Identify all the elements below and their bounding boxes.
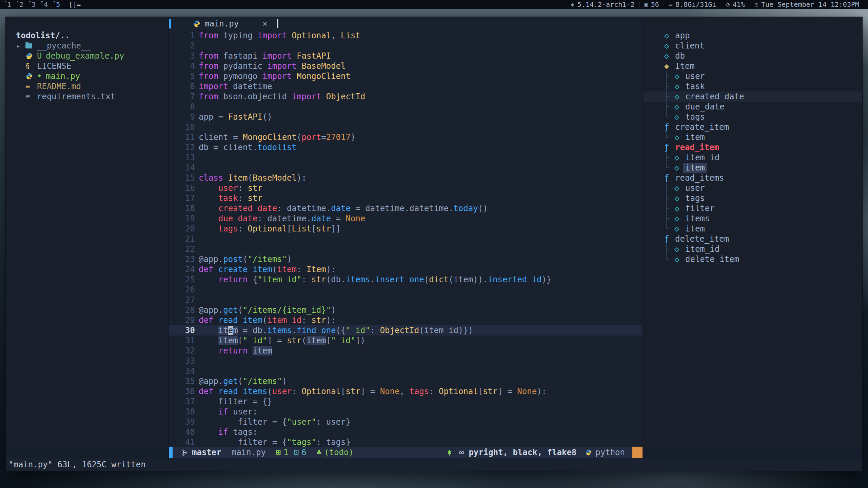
tree-item-debug_example.py[interactable]: Udebug_example.py xyxy=(6,51,169,61)
layout-indicator[interactable]: []= xyxy=(68,0,81,8)
symbol-items[interactable]: ├◇items xyxy=(643,214,862,224)
code-line-7[interactable]: 7from bson.objectid import ObjectId xyxy=(169,92,643,102)
code-line-30[interactable]: 30 item = db.items.find_one({"_id": Obje… xyxy=(169,325,643,336)
tree-item-main.py[interactable]: •main.py xyxy=(6,71,169,81)
symbol-delete_item[interactable]: └◇delete_item xyxy=(643,254,862,264)
symbol-label: Item xyxy=(675,61,695,71)
tree-item-LICENSE[interactable]: §LICENSE xyxy=(6,61,169,71)
git-changed: ⊡6 xyxy=(294,448,307,457)
workspace-tag-5[interactable]: 5 xyxy=(53,0,63,8)
symbol-delete_item[interactable]: ƒdelete_item xyxy=(643,234,862,244)
code-line-8[interactable]: 8 xyxy=(169,102,643,112)
code-line-22[interactable]: 22 xyxy=(169,244,643,254)
symbol-db[interactable]: ◇db xyxy=(643,51,862,61)
symbol-client[interactable]: ◇client xyxy=(643,41,862,51)
code-line-14[interactable]: 14 xyxy=(169,163,643,173)
chevron-right-icon[interactable]: ▸ xyxy=(17,41,25,51)
symbol-read_items[interactable]: ƒread_items xyxy=(643,173,862,183)
editor-pane: main.py × 1from typing import Optional, … xyxy=(169,17,643,447)
tree-item-requirements.txt[interactable]: ≡requirements.txt xyxy=(6,92,169,102)
statusline: master main.py ⊞1 ⊡6 ♣(todo) ∞ pyright, … xyxy=(6,447,862,458)
code-line-12[interactable]: 12db = client.todolist xyxy=(169,142,643,152)
workspace-tag-2[interactable]: 2 xyxy=(16,0,26,8)
code-line-37[interactable]: 37 filter = {} xyxy=(169,396,643,407)
code-line-23[interactable]: 23@app.post("/items") xyxy=(169,254,643,264)
code-line-21[interactable]: 21 xyxy=(169,234,643,244)
code-line-26[interactable]: 26 xyxy=(169,285,643,295)
symbol-item[interactable]: └◇item xyxy=(643,224,862,234)
code-line-2[interactable]: 2 xyxy=(169,41,643,51)
tree-connector: ├ xyxy=(664,152,674,163)
code-line-15[interactable]: 15class Item(BaseModel): xyxy=(169,173,643,183)
code-line-34[interactable]: 34 xyxy=(169,366,643,376)
code-line-20[interactable]: 20 tags: Optional[List[str]] xyxy=(169,224,643,234)
symbol-created_date[interactable]: ├◇created_date xyxy=(643,92,862,102)
symbol-create_item[interactable]: ƒcreate_item xyxy=(643,122,862,132)
file-name: main.py xyxy=(46,71,80,81)
symbol-app[interactable]: ◇app xyxy=(643,30,862,41)
workspace-tag-1[interactable]: 1 xyxy=(4,0,14,8)
close-icon[interactable]: × xyxy=(262,19,267,28)
code-line-17[interactable]: 17 task: str xyxy=(169,193,643,203)
code-line-38[interactable]: 38 if user: xyxy=(169,407,643,417)
code-line-41[interactable]: 41 filter = {"tags": tags} xyxy=(169,437,643,447)
code-line-1[interactable]: 1from typing import Optional, List xyxy=(169,30,643,41)
code-line-13[interactable]: 13 xyxy=(169,152,643,163)
code-text: return item xyxy=(199,346,272,356)
code-line-3[interactable]: 3from fastapi import FastAPI xyxy=(169,51,643,61)
code-line-31[interactable]: 31 item["_id"] = str(item["_id"]) xyxy=(169,336,643,346)
line-number: 30 xyxy=(169,325,195,336)
code-line-40[interactable]: 40 if tags: xyxy=(169,427,643,437)
code-line-19[interactable]: 19 due_date: datetime.date = None xyxy=(169,214,643,224)
symbol-filter[interactable]: ├◇filter xyxy=(643,203,862,214)
code-line-6[interactable]: 6import datetime xyxy=(169,81,643,92)
code-text: filter = {"tags": tags} xyxy=(199,437,351,447)
code-line-16[interactable]: 16 user: str xyxy=(169,183,643,193)
tree-connector: └ xyxy=(664,224,674,234)
code-line-25[interactable]: 25 return {"item_id": str(db.items.inser… xyxy=(169,274,643,285)
code-text: def read_items(user: Optional[str] = Non… xyxy=(199,386,547,396)
buffer-tab[interactable]: main.py × xyxy=(193,19,268,28)
symbol-tags[interactable]: ├◇tags xyxy=(643,193,862,203)
tree-connector: └ xyxy=(664,132,674,142)
symbol-item[interactable]: └◇item xyxy=(643,132,862,142)
symbol-due_date[interactable]: ├◇due_date xyxy=(643,102,862,112)
code-text: created_date: datetime.date = datetime.d… xyxy=(199,203,488,214)
tree-item-README.md[interactable]: ≡README.md xyxy=(6,81,169,92)
code-editor[interactable]: 1from typing import Optional, List23from… xyxy=(169,30,643,447)
code-line-11[interactable]: 11client = MongoClient(port=27017) xyxy=(169,132,643,142)
code-line-4[interactable]: 4from pydantic import BaseModel xyxy=(169,61,643,71)
code-line-32[interactable]: 32 return item xyxy=(169,346,643,356)
code-line-29[interactable]: 29def read_item(item_id: str): xyxy=(169,315,643,325)
line-number: 27 xyxy=(169,295,195,305)
code-line-5[interactable]: 5from pymongo import MongoClient xyxy=(169,71,643,81)
code-line-33[interactable]: 33 xyxy=(169,356,643,366)
code-line-35[interactable]: 35@app.get("/items") xyxy=(169,376,643,386)
code-line-28[interactable]: 28@app.get("/items/{item_id}") xyxy=(169,305,643,315)
symbol-Item[interactable]: ◈Item xyxy=(643,61,862,71)
workspace-tag-3[interactable]: 3 xyxy=(28,0,39,8)
symbol-user[interactable]: ├◇user xyxy=(643,183,862,193)
statusline-main: master main.py ⊞1 ⊡6 ♣(todo) ∞ pyright, … xyxy=(169,447,643,458)
variable-icon: ◇ xyxy=(674,112,685,122)
symbol-tags[interactable]: └◇tags xyxy=(643,112,862,122)
tree-root[interactable]: todolist/.. xyxy=(6,30,169,41)
symbol-task[interactable]: ├◇task xyxy=(643,81,862,92)
symbol-user[interactable]: ├◇user xyxy=(643,71,862,81)
symbol-item_id[interactable]: ├◇item_id xyxy=(643,244,862,254)
symbol-read_item[interactable]: ƒread_item xyxy=(643,142,862,152)
line-number: 22 xyxy=(169,244,195,254)
code-line-39[interactable]: 39 filter = {"user": user} xyxy=(169,417,643,427)
status-packages: ▣56 xyxy=(639,2,664,7)
code-line-36[interactable]: 36def read_items(user: Optional[str] = N… xyxy=(169,386,643,396)
code-line-27[interactable]: 27 xyxy=(169,295,643,305)
symbol-item_id[interactable]: ├◇item_id xyxy=(643,152,862,163)
code-line-18[interactable]: 18 created_date: datetime.date = datetim… xyxy=(169,203,643,214)
tree-item-__pycache__[interactable]: ▸__pycache__ xyxy=(6,41,169,51)
symbol-item[interactable]: └◇item xyxy=(643,163,862,173)
code-line-9[interactable]: 9app = FastAPI() xyxy=(169,112,643,122)
code-line-10[interactable]: 10 xyxy=(169,122,643,132)
workspace-tag-4[interactable]: 4 xyxy=(41,0,51,8)
line-number: 17 xyxy=(169,193,195,203)
code-line-24[interactable]: 24def create_item(item: Item): xyxy=(169,264,643,274)
